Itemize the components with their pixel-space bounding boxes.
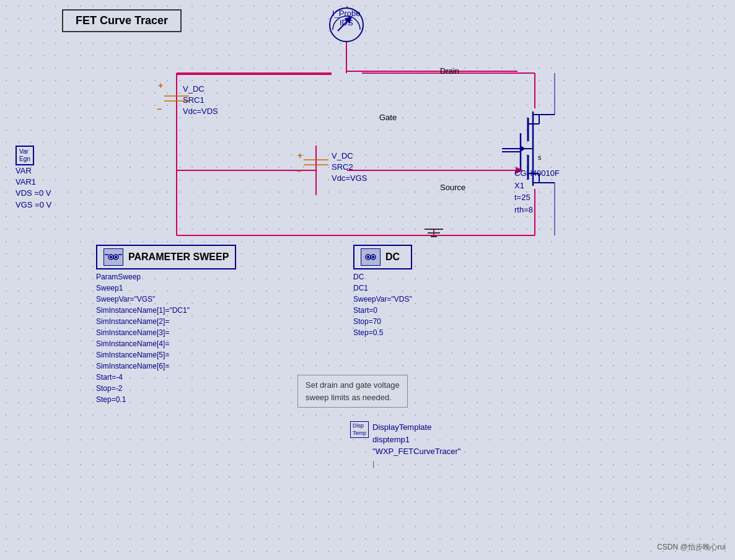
- param-sweep-header: PARAMETER SWEEP: [96, 245, 236, 269]
- source-pin-s: s: [538, 154, 542, 161]
- src1-minus: −: [157, 104, 162, 114]
- src1-name: V_DC SRC1 Vdc=VDS: [183, 84, 218, 118]
- disp-temp-text: DisplayTemplate disptemp1 "WXP_FETCurveT…: [372, 421, 460, 470]
- svg-marker-30: [521, 146, 526, 152]
- gate-label: Gate: [379, 113, 397, 122]
- param-sweep-title: PARAMETER SWEEP: [128, 252, 229, 263]
- src1-plus: +: [158, 81, 163, 90]
- display-template-block: DispTemp DisplayTemplate disptemp1 "WXP_…: [350, 421, 460, 470]
- dc-header: DC: [353, 245, 412, 269]
- svg-point-51: [372, 256, 374, 258]
- note-line1: Set drain and gate voltage: [306, 379, 400, 392]
- disp-temp-label: DispTemp: [350, 421, 369, 438]
- var-box-label: VarEgn: [15, 146, 34, 165]
- title-text: FET Curve Tracer: [76, 14, 168, 27]
- transistor-label: CGH40010F X1 t=25 rth=8: [514, 167, 560, 216]
- source-label: Source: [440, 183, 465, 192]
- src2-minus: −: [296, 166, 301, 176]
- dc-block: DC DC DC1 SweepVar="VDS" Start=0 Stop=70…: [353, 245, 412, 338]
- src2-plus: +: [297, 151, 302, 160]
- note-box: Set drain and gate voltage sweep limits …: [297, 375, 408, 408]
- svg-point-47: [115, 256, 117, 258]
- var-block: VarEgn VAR VAR1 VDS =0 V VGS =0 V: [15, 146, 51, 211]
- svg-point-46: [110, 256, 112, 258]
- dc-params: DC DC1 SweepVar="VDS" Start=0 Stop=70 St…: [353, 271, 412, 338]
- param-sweep-params: ParamSweep Sweep1 SweepVar="VGS" SimInst…: [96, 271, 236, 405]
- src2-name: V_DC SRC2 Vdc=VGS: [332, 151, 367, 185]
- ammeter-name: I_Probe IDS: [332, 9, 361, 27]
- schematic-canvas: FET Curve Tracer: [0, 0, 735, 560]
- dc-title: DC: [385, 252, 400, 263]
- title-box: FET Curve Tracer: [62, 9, 182, 32]
- param-sweep-icon: [103, 248, 123, 266]
- drain-label: Drain: [440, 66, 459, 76]
- var-text: VAR VAR1 VDS =0 V VGS =0 V: [15, 165, 51, 211]
- svg-point-50: [367, 256, 369, 258]
- note-line2: sweep limits as needed.: [306, 392, 400, 404]
- dc-icon: [361, 248, 381, 266]
- param-sweep-block: PARAMETER SWEEP ParamSweep Sweep1 SweepV…: [96, 245, 236, 405]
- watermark: CSDN @怡步晚心rui: [657, 542, 726, 553]
